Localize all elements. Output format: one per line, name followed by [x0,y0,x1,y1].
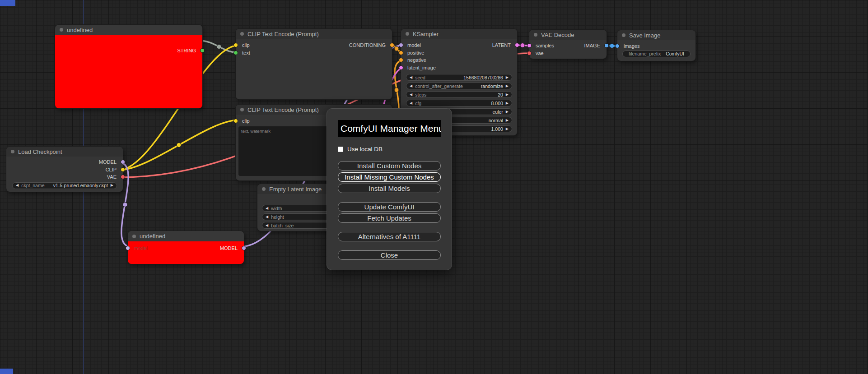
input-slot-model[interactable] [399,43,403,47]
fetch-updates-button[interactable]: Fetch Updates [338,213,441,223]
widget-label: seed [415,75,425,80]
decrement-arrow-icon[interactable]: ◀ [410,84,412,88]
input-slot-text[interactable] [233,51,238,55]
output-slot-model[interactable] [121,160,125,164]
output-label: STRING [177,48,202,53]
output-label: MODEL [99,159,123,165]
node-title: undefined [140,233,165,240]
widget-label: ckpt_name [21,183,44,188]
link-midpoint-dot [123,203,127,207]
node-title-bar[interactable]: Save Image [617,30,695,40]
collapse-dot-icon[interactable] [622,33,625,37]
node-title-bar[interactable]: Load Checkpoint [6,147,123,157]
increment-arrow-icon[interactable]: ▶ [506,110,509,114]
increment-arrow-icon[interactable]: ▶ [506,127,509,131]
node-title: Load Checkpoint [18,148,62,155]
decrement-arrow-icon[interactable]: ◀ [266,215,268,219]
node-title: VAE Decode [541,32,574,38]
output-slot-model[interactable] [242,246,246,250]
increment-arrow-icon[interactable]: ▶ [506,119,509,122]
input-label: positive [401,50,424,55]
node-title: undefined [67,27,93,33]
widget-value: randomize [481,83,503,89]
input-slot-clip[interactable] [233,119,238,123]
node-clip-text-encode-1[interactable]: CLIP Text Encode (Prompt) clip CONDITION… [236,29,392,99]
output-slot-latent[interactable] [515,43,519,47]
node-title: CLIP Text Encode (Prompt) [247,31,319,37]
node-vae-decode[interactable]: VAE Decode samples IMAGE vae [529,30,607,59]
input-slot-latent-image[interactable] [399,65,403,70]
decrement-arrow-icon[interactable]: ◀ [410,102,412,105]
increment-arrow-icon[interactable]: ▶ [506,76,509,79]
output-slot-clip[interactable] [121,167,125,172]
increment-arrow-icon[interactable]: ▶ [506,93,509,97]
increment-arrow-icon[interactable]: ▶ [506,102,509,105]
decrement-arrow-icon[interactable]: ◀ [410,93,412,97]
input-slot-images[interactable] [615,44,620,48]
output-label: IMAGE [584,43,607,48]
widget-value: normal [489,118,503,123]
input-slot-negative[interactable] [399,58,403,62]
widget-value: 1.000 [491,126,503,132]
widget-control-after-generate[interactable]: ◀ control_after_generate randomize ▶ [406,83,512,89]
close-button[interactable]: Close [338,250,441,260]
input-slot-vae[interactable] [527,51,532,55]
input-slot-positive[interactable] [399,51,403,55]
widget-seed[interactable]: ◀ seed 156680208700286 ▶ [406,74,512,81]
output-slot-vae[interactable] [121,175,125,179]
widget-ckpt-name[interactable]: ◀ ckpt_name v1-5-pruned-emaonly.ckpt ▶ [12,182,117,189]
install-models-button[interactable]: Install Models [338,184,441,193]
collapse-dot-icon[interactable] [534,33,537,37]
decrement-arrow-icon[interactable]: ◀ [410,76,412,79]
input-label: model [128,245,148,251]
widget-steps[interactable]: ◀ steps 20 ▶ [406,91,512,98]
output-slot-conditioning[interactable] [390,43,394,47]
link-midpoint-dot [520,43,525,48]
node-load-checkpoint[interactable]: Load Checkpoint MODEL CLIP VAE ◀ ckpt_na… [6,147,123,192]
collapse-dot-icon[interactable] [132,235,136,238]
collapse-dot-icon[interactable] [11,150,14,153]
use-local-db-checkbox[interactable] [338,147,343,152]
increment-arrow-icon[interactable]: ▶ [111,184,113,187]
node-save-image[interactable]: Save Image images filename_prefix ComfyU… [617,30,695,61]
node-title-bar[interactable]: undefined [55,25,202,35]
input-label: samples [529,43,554,48]
dialog-title: ComfyUI Manager Menu [338,120,441,137]
collapse-dot-icon[interactable] [406,32,409,36]
collapse-dot-icon[interactable] [240,108,244,111]
decrement-arrow-icon[interactable]: ◀ [16,184,19,187]
node-canvas[interactable]: undefined STRING CLIP Text Encode (Promp… [0,0,868,374]
node-title-bar[interactable]: undefined [128,231,244,241]
output-slot-image[interactable] [604,43,609,48]
node-title: Save Image [629,32,660,39]
widget-cfg[interactable]: ◀ cfg 8.000 ▶ [406,100,512,106]
collapse-dot-icon[interactable] [60,28,63,32]
input-slot-samples[interactable] [527,43,532,48]
collapse-dot-icon[interactable] [240,32,244,36]
output-slot-string[interactable] [200,48,205,53]
decrement-arrow-icon[interactable]: ◀ [266,207,268,210]
widget-value: ComfyUI [666,51,684,56]
node-title-bar[interactable]: VAE Decode [529,30,607,40]
update-comfyui-button[interactable]: Update ComfyUI [338,202,441,212]
input-label: images [617,43,639,49]
increment-arrow-icon[interactable]: ▶ [506,84,509,88]
widget-value: 20 [498,92,503,97]
widget-filename-prefix[interactable]: filename_prefix ComfyUI [622,51,691,57]
input-slot-model[interactable] [126,246,130,250]
link-midpoint-dot [394,46,399,51]
node-title-bar[interactable]: KSampler [401,29,517,39]
install-custom-nodes-button[interactable]: Install Custom Nodes [338,161,441,171]
node-title-bar[interactable]: CLIP Text Encode (Prompt) [236,29,392,39]
widget-value: v1-5-pruned-emaonly.ckpt [53,183,108,188]
node-undefined-text[interactable]: undefined STRING [55,25,202,108]
collapse-dot-icon[interactable] [262,187,266,191]
install-missing-custom-nodes-button[interactable]: Install Missing Custom Nodes [338,172,441,182]
node-title: Empty Latent Image [269,186,322,193]
alternatives-of-a1111-button[interactable]: Alternatives of A1111 [338,232,441,241]
decrement-arrow-icon[interactable]: ◀ [266,224,268,227]
widget-label: batch_size [271,223,294,228]
node-undefined-model[interactable]: undefined model MODEL [128,231,244,264]
input-label: latent_image [401,65,436,70]
input-slot-clip[interactable] [233,43,238,47]
